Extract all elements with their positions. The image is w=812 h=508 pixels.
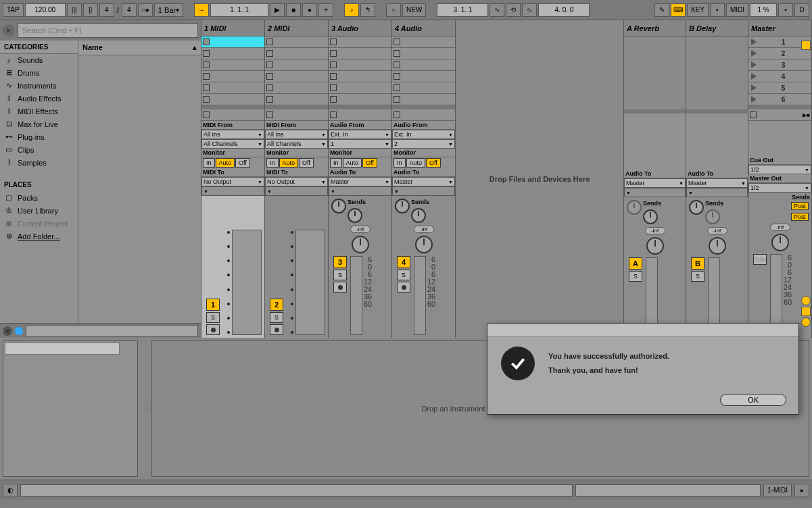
- punch-in[interactable]: ∿: [489, 3, 504, 17]
- channel-select[interactable]: 2: [392, 139, 455, 149]
- clip-slot[interactable]: [329, 71, 391, 82]
- play-button[interactable]: ▶: [270, 3, 285, 17]
- overdub-button[interactable]: +: [318, 3, 333, 17]
- clip-slot[interactable]: [201, 36, 264, 48]
- clip-slot[interactable]: [201, 94, 264, 105]
- track-activator[interactable]: 4: [397, 256, 410, 268]
- draw-mode[interactable]: ✎: [654, 3, 669, 17]
- send-a-knob[interactable]: [395, 199, 410, 213]
- clip-stop[interactable]: [329, 109, 391, 121]
- solo-button[interactable]: Solo: [753, 254, 767, 265]
- arm-button[interactable]: [333, 282, 347, 293]
- preview-play-icon[interactable]: [3, 24, 15, 36]
- pan-knob[interactable]: [415, 236, 433, 253]
- return-toggle[interactable]: [801, 296, 811, 305]
- monitor-auto[interactable]: Auto: [406, 158, 426, 168]
- track-header[interactable]: 3 Audio: [329, 20, 391, 36]
- clip-slot[interactable]: [265, 59, 328, 71]
- send-a-knob[interactable]: [627, 200, 642, 215]
- channel-select[interactable]: All Channels: [265, 139, 328, 149]
- track-header[interactable]: A Reverb: [624, 20, 686, 36]
- monitor-off[interactable]: Off: [426, 158, 441, 168]
- computer-midi[interactable]: ⌨: [671, 3, 686, 17]
- send-a-knob[interactable]: [331, 199, 346, 213]
- groove-amount[interactable]: [26, 325, 198, 337]
- output-channel[interactable]: [624, 188, 686, 197]
- clip-slot[interactable]: [329, 82, 391, 94]
- follow-button[interactable]: →: [194, 3, 209, 17]
- monitor-off[interactable]: Off: [362, 158, 377, 168]
- output-select[interactable]: Master: [624, 178, 686, 188]
- groove-icon[interactable]: ≈: [3, 326, 12, 336]
- monitor-auto[interactable]: Auto: [343, 158, 362, 168]
- sends-toggle[interactable]: [801, 307, 811, 316]
- places-user-library[interactable]: ♔User Library: [0, 204, 78, 217]
- pan-knob[interactable]: [709, 237, 726, 255]
- clip-stop[interactable]: [392, 109, 455, 121]
- solo-button[interactable]: S: [691, 271, 704, 282]
- clip-slot[interactable]: [392, 48, 455, 59]
- quantize-select[interactable]: 1 Bar ▾: [154, 3, 183, 17]
- channel-select[interactable]: 1: [329, 139, 391, 149]
- cat-samples[interactable]: ⌇Samples: [0, 156, 78, 169]
- metro-icon[interactable]: ○●: [138, 3, 153, 17]
- new-button[interactable]: NEW: [402, 3, 426, 17]
- cat-sounds[interactable]: ♪Sounds: [0, 54, 78, 66]
- solo-button[interactable]: S: [629, 271, 642, 282]
- clip-slot[interactable]: [392, 59, 455, 71]
- metronome-button[interactable]: |||: [67, 3, 82, 17]
- clip-slot[interactable]: [265, 94, 328, 105]
- cat-midi-effects[interactable]: ⫴MIDI Effects: [0, 105, 78, 118]
- loop-start[interactable]: 3. 1. 1: [437, 3, 488, 17]
- monitor-off[interactable]: Off: [299, 158, 314, 168]
- zoom-bar[interactable]: [575, 484, 761, 497]
- reenable-automation[interactable]: ↰: [360, 3, 375, 17]
- clip-stop[interactable]: [201, 109, 264, 121]
- output-channel[interactable]: [329, 186, 391, 196]
- track-activator[interactable]: 3: [333, 256, 347, 268]
- track-activator[interactable]: B: [691, 257, 704, 270]
- tempo-display[interactable]: 120.00: [25, 3, 66, 17]
- automation-arm[interactable]: ♪: [344, 3, 359, 17]
- output-channel[interactable]: [686, 188, 748, 197]
- ok-button[interactable]: OK: [720, 394, 786, 406]
- monitor-in[interactable]: In: [330, 158, 342, 168]
- output-select[interactable]: No Output: [201, 177, 264, 186]
- monitor-in[interactable]: In: [203, 158, 215, 168]
- cat-audio-effects[interactable]: ⫴Audio Effects: [0, 92, 78, 105]
- channel-select[interactable]: All Channels: [201, 139, 264, 149]
- loop-toggle[interactable]: ⟲: [506, 3, 521, 17]
- send-b-knob[interactable]: [705, 209, 720, 224]
- cat-instruments[interactable]: ∿Instruments: [0, 79, 78, 92]
- monitor-off[interactable]: Off: [235, 158, 250, 168]
- timesig-num[interactable]: 4: [99, 3, 114, 17]
- send-b-knob[interactable]: [643, 209, 658, 224]
- mixer-toggle[interactable]: [801, 318, 811, 327]
- cat-clips[interactable]: ▭Clips: [0, 143, 78, 156]
- record-button[interactable]: ●: [302, 3, 317, 17]
- clip-slot[interactable]: [329, 48, 391, 59]
- input-select[interactable]: Ext. In: [392, 130, 455, 139]
- input-select[interactable]: Ext. In: [329, 130, 391, 139]
- device-tab[interactable]: [5, 342, 120, 355]
- hot-swap-icon[interactable]: [15, 327, 23, 335]
- send-b-knob[interactable]: [411, 208, 426, 223]
- name-header[interactable]: Name▴: [78, 41, 201, 55]
- cat-drums[interactable]: ⊞Drums: [0, 66, 78, 79]
- tap-button[interactable]: TAP: [3, 3, 24, 17]
- clip-slot[interactable]: [201, 71, 264, 82]
- track-header[interactable]: 2 MIDI: [265, 20, 328, 36]
- device-chain[interactable]: [3, 340, 138, 477]
- monitor-auto[interactable]: Auto: [216, 158, 235, 168]
- output-select[interactable]: Master: [686, 178, 748, 188]
- output-channel[interactable]: [201, 186, 264, 196]
- clip-slot[interactable]: [392, 82, 455, 94]
- cat-max-for-live[interactable]: ⊡Max for Live: [0, 118, 78, 130]
- search-input[interactable]: [18, 23, 198, 38]
- clip-slot[interactable]: [201, 48, 264, 59]
- arm-button[interactable]: [397, 282, 410, 293]
- key-map[interactable]: KEY: [687, 3, 709, 17]
- clip-slot[interactable]: [329, 36, 391, 48]
- midi-map[interactable]: MIDI: [726, 3, 748, 17]
- expand-button[interactable]: ▸: [794, 484, 809, 497]
